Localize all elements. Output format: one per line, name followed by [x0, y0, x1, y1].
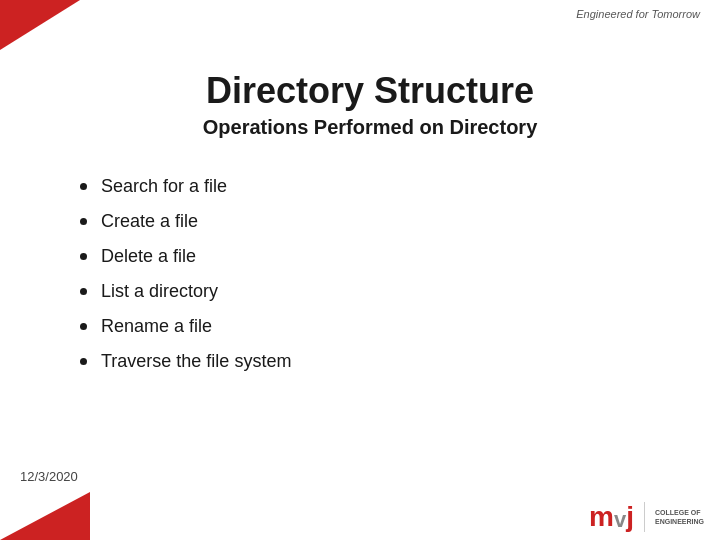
mvj-college-text: COLLEGE OF ENGINEERING [655, 508, 704, 526]
bullet-dot [80, 358, 87, 365]
bullet-dot [80, 183, 87, 190]
slide-title: Directory Structure [80, 70, 660, 112]
slide-subtitle: Operations Performed on Directory [80, 116, 660, 139]
slide-content: Directory Structure Operations Performed… [0, 50, 720, 492]
mvj-letters: m v j [589, 503, 634, 531]
college-line1: COLLEGE OF [655, 508, 704, 517]
bullet-dot [80, 253, 87, 260]
date-label: 12/3/2020 [20, 469, 78, 484]
tagline: Engineered for Tomorrow [576, 8, 700, 20]
mvj-m-letter: m [589, 503, 614, 531]
mvj-divider [644, 502, 645, 532]
top-left-accent [0, 0, 80, 50]
mvj-v-letter: v [614, 509, 626, 531]
bullet-dot [80, 323, 87, 330]
list-item: Search for a file [80, 169, 660, 204]
bullet-text: List a directory [101, 278, 218, 305]
college-line2: ENGINEERING [655, 517, 704, 526]
bullet-text: Delete a file [101, 243, 196, 270]
bullet-list: Search for a fileCreate a fileDelete a f… [80, 169, 660, 379]
list-item: Create a file [80, 204, 660, 239]
list-item: Traverse the file system [80, 344, 660, 379]
list-item: Delete a file [80, 239, 660, 274]
list-item: List a directory [80, 274, 660, 309]
bullet-dot [80, 288, 87, 295]
bullet-text: Traverse the file system [101, 348, 291, 375]
bullet-text: Create a file [101, 208, 198, 235]
mvj-logo: m v j COLLEGE OF ENGINEERING [589, 502, 704, 532]
bottom-left-accent [0, 492, 90, 540]
mvj-j-letter: j [626, 503, 634, 531]
bullet-dot [80, 218, 87, 225]
bullet-text: Rename a file [101, 313, 212, 340]
list-item: Rename a file [80, 309, 660, 344]
bullet-text: Search for a file [101, 173, 227, 200]
